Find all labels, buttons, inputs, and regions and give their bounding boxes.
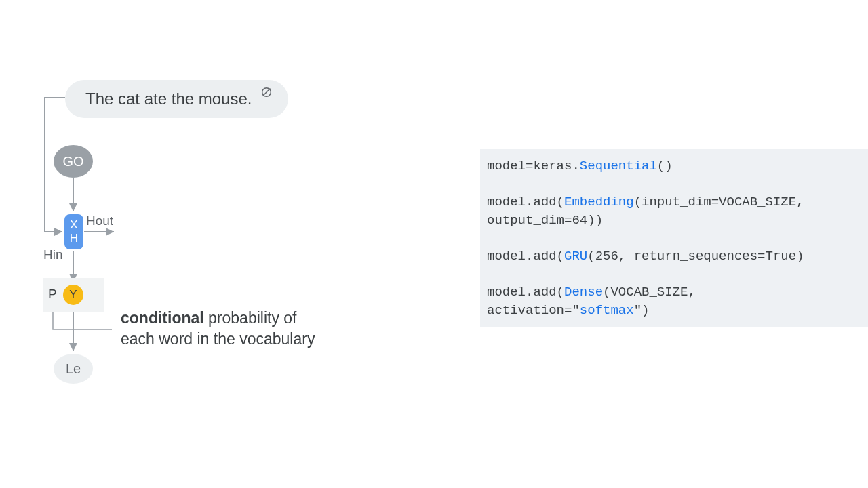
hout-label: Hout [86,214,113,228]
code-l3-pre: model.add( [487,249,564,264]
y-node: Y [63,285,83,305]
description-text: conditional probability of each word in … [121,308,315,350]
code-l2-kw: Embedding [564,195,634,209]
empty-set-icon [260,86,273,98]
le-label: Le [66,361,81,377]
code-l2-pre: model.add( [487,195,564,209]
code-l4-str: softmax [580,303,634,318]
xh-node: X H [64,214,83,249]
code-l1-kw: Sequential [580,159,657,174]
code-l1-post: () [657,159,673,174]
code-block: model=keras.Sequential() model.add(Embed… [480,149,868,327]
code-l3-kw: GRU [564,249,587,264]
p-label: P [48,287,57,302]
code-l4-pre: model.add( [487,285,564,300]
code-l3-post: (256, return_sequences=True) [587,249,804,264]
h-label: H [70,232,78,245]
input-sentence-pill: The cat ate the mouse. [65,80,288,118]
hin-label: Hin [43,247,63,262]
input-sentence-text: The cat ate the mouse. [85,89,252,108]
go-label: GO [62,154,83,169]
svg-line-1 [263,89,271,96]
code-l4-post: ") [634,303,650,318]
le-node: Le [54,354,93,384]
go-node: GO [54,145,93,178]
code-l4-kw: Dense [564,285,603,300]
y-label: Y [69,288,77,302]
x-label: X [70,218,77,232]
description-strong: conditional [121,309,204,327]
code-l1-pre: model=keras. [487,159,580,174]
